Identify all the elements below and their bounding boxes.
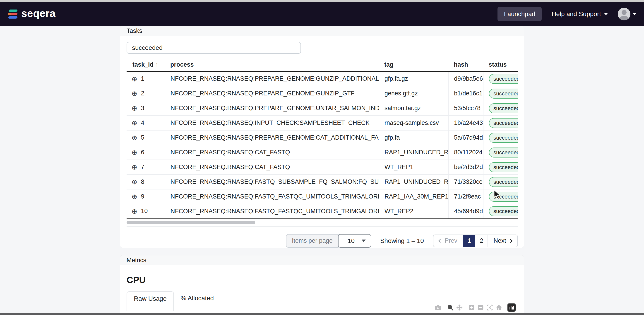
table-row[interactable]: 3 NFCORE_RNASEQ:RNASEQ:PREPARE_GENOME:UN…: [126, 101, 518, 116]
expand-task-icon[interactable]: [132, 120, 137, 126]
table-row[interactable]: 7 NFCORE_RNASEQ:RNASEQ:CAT_FASTQ WT_REP1…: [126, 160, 518, 174]
status-badge: succeeded: [489, 206, 518, 216]
brand[interactable]: seqera: [8, 8, 56, 20]
items-per-page-label: Items per page: [286, 234, 338, 248]
expand-task-icon[interactable]: [132, 134, 137, 141]
table-row[interactable]: 5 NFCORE_RNASEQ:RNASEQ:PREPARE_GENOME:CA…: [126, 130, 518, 145]
metrics-card-title: Metrics: [120, 255, 524, 265]
tag-value: WT_REP1: [379, 160, 448, 174]
process-value: NFCORE_RNASEQ:RNASEQ:PREPARE_GENOME:UNTA…: [165, 101, 379, 116]
task-id-value: 4: [141, 119, 144, 126]
expand-task-icon[interactable]: [132, 76, 137, 83]
next-label: Next: [494, 237, 506, 244]
column-header-process[interactable]: process: [165, 58, 379, 71]
process-value: NFCORE_RNASEQ:RNASEQ:CAT_FASTQ: [165, 160, 379, 174]
task-id-value: 10: [141, 208, 148, 214]
tag-value: genes.gtf.gz: [379, 86, 448, 101]
tag-value: WT_REP2: [379, 204, 448, 219]
camera-icon[interactable]: [434, 304, 442, 311]
column-header-label: task_id: [132, 61, 154, 68]
process-value: NFCORE_RNASEQ:RNASEQ:PREPARE_GENOME:GUNZ…: [165, 86, 379, 101]
reset-axes-home-icon[interactable]: [495, 304, 502, 311]
items-per-page-control: Items per page 10: [286, 234, 371, 248]
chevron-left-icon: [438, 239, 442, 243]
showing-range-label: Showing 1 – 10: [380, 237, 424, 244]
zoom-out-icon[interactable]: [477, 304, 484, 311]
table-row[interactable]: 1 NFCORE_RNASEQ:RNASEQ:PREPARE_GENOME:GU…: [126, 71, 518, 86]
table-row[interactable]: 10 NFCORE_RNASEQ:RNASEQ:FASTQ_FASTQC_UMI…: [126, 204, 518, 219]
prev-page-button[interactable]: Prev: [434, 235, 463, 247]
scrollbar-thumb[interactable]: [126, 221, 255, 224]
page-button-1[interactable]: 1: [463, 235, 475, 247]
task-id-value: 6: [141, 149, 144, 156]
process-value: NFCORE_RNASEQ:RNASEQ:FASTQ_SUBSAMPLE_FQ_…: [165, 174, 379, 189]
pager: Prev 1 2 Next: [433, 234, 518, 247]
metrics-card: Metrics CPU Raw Usage % Allocated: [120, 255, 524, 315]
task-id-value: 7: [141, 164, 144, 170]
hash-value: b1/de16c1: [448, 86, 483, 101]
plotly-logo-icon[interactable]: [508, 303, 516, 311]
tag-value: rnaseq-samples.csv: [379, 116, 448, 130]
help-and-support-label: Help and Support: [552, 11, 601, 18]
autoscale-icon[interactable]: [486, 304, 494, 311]
hash-value: 80/112024: [448, 145, 483, 160]
hash-value: d9/9ba5e6: [448, 71, 483, 86]
scrollbar-track: [126, 226, 518, 227]
expand-task-icon[interactable]: [132, 105, 137, 112]
hash-value: 71/3320ce: [448, 174, 483, 189]
status-badge: succeeded: [489, 103, 518, 113]
pagination-row: Items per page 10 Showing 1 – 10 Prev 1 …: [126, 234, 518, 248]
task-id-value: 9: [141, 193, 144, 200]
avatar: [618, 8, 630, 21]
next-page-button[interactable]: Next: [488, 235, 518, 247]
tag-value: salmon.tar.gz: [379, 101, 448, 116]
task-id-value: 1: [141, 75, 144, 82]
tag-value: RAP1_UNINDUCED_REP2: [379, 145, 448, 160]
tab-percent-allocated[interactable]: % Allocated: [174, 291, 220, 305]
column-header-hash[interactable]: hash: [448, 58, 483, 71]
help-and-support-menu[interactable]: Help and Support: [552, 11, 608, 18]
status-badge: succeeded: [489, 148, 518, 158]
items-per-page-select[interactable]: 10: [338, 234, 371, 248]
status-badge: succeeded: [489, 89, 518, 99]
column-header-status[interactable]: status: [483, 58, 518, 71]
status-badge: succeeded: [489, 177, 518, 187]
chevron-down-icon: [604, 13, 608, 15]
tasks-card: Tasks task_id↑ process tag hash status: [120, 26, 524, 248]
status-badge: succeeded: [489, 118, 518, 128]
status-badge: succeeded: [489, 74, 518, 84]
task-id-value: 3: [141, 105, 144, 112]
expand-task-icon[interactable]: [132, 90, 137, 97]
hash-value: 71/2f8eac: [448, 189, 483, 204]
cpu-section-title: CPU: [126, 275, 518, 285]
process-value: NFCORE_RNASEQ:RNASEQ:PREPARE_GENOME:CAT_…: [165, 130, 379, 145]
table-row[interactable]: 4 NFCORE_RNASEQ:RNASEQ:INPUT_CHECK:SAMPL…: [126, 116, 518, 130]
expand-task-icon[interactable]: [132, 193, 137, 200]
column-header-tag[interactable]: tag: [379, 58, 448, 71]
user-menu[interactable]: [618, 8, 636, 21]
zoom-icon[interactable]: [447, 304, 454, 311]
process-value: NFCORE_RNASEQ:RNASEQ:PREPARE_GENOME:GUNZ…: [165, 71, 379, 86]
table-row[interactable]: 2 NFCORE_RNASEQ:RNASEQ:PREPARE_GENOME:GU…: [126, 86, 518, 101]
status-badge: succeeded: [489, 133, 518, 143]
column-header-task-id[interactable]: task_id↑: [126, 58, 165, 71]
pan-icon[interactable]: [456, 304, 463, 311]
expand-task-icon[interactable]: [132, 164, 137, 171]
tasks-table: task_id↑ process tag hash status 1 NFCOR…: [126, 58, 518, 219]
tasks-search-input[interactable]: [126, 42, 301, 54]
table-row[interactable]: 6 NFCORE_RNASEQ:RNASEQ:CAT_FASTQ RAP1_UN…: [126, 145, 518, 160]
expand-task-icon[interactable]: [132, 208, 137, 215]
launchpad-button[interactable]: Launchpad: [498, 7, 542, 21]
process-value: NFCORE_RNASEQ:RNASEQ:INPUT_CHECK:SAMPLES…: [165, 116, 379, 130]
process-value: NFCORE_RNASEQ:RNASEQ:FASTQ_FASTQC_UMITOO…: [165, 189, 379, 204]
tasks-card-title: Tasks: [120, 26, 524, 36]
page-button-2[interactable]: 2: [475, 235, 488, 247]
process-value: NFCORE_RNASEQ:RNASEQ:FASTQ_FASTQC_UMITOO…: [165, 204, 379, 219]
table-row[interactable]: 9 NFCORE_RNASEQ:RNASEQ:FASTQ_FASTQC_UMIT…: [126, 189, 518, 204]
expand-task-icon[interactable]: [132, 179, 137, 185]
window-bottom-strip: [0, 313, 644, 315]
table-row[interactable]: 8 NFCORE_RNASEQ:RNASEQ:FASTQ_SUBSAMPLE_F…: [126, 174, 518, 189]
zoom-in-icon[interactable]: [468, 304, 475, 311]
expand-task-icon[interactable]: [132, 149, 137, 156]
tab-raw-usage[interactable]: Raw Usage: [126, 291, 174, 311]
